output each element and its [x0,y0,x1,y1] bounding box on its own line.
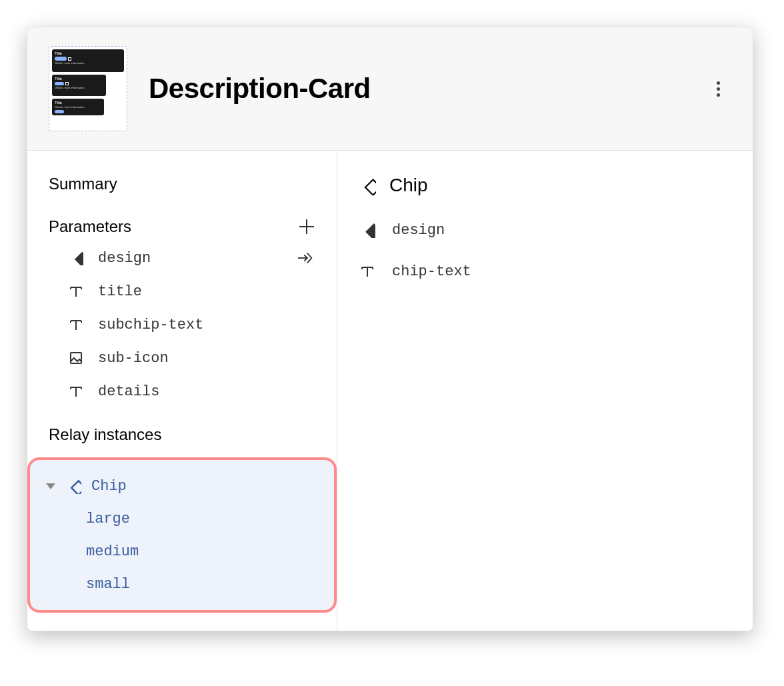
relay-instances-section: Relay instances [27,420,337,449]
svg-rect-16 [365,179,376,195]
text-icon [359,263,376,280]
more-vertical-icon [717,81,720,97]
parameter-design[interactable]: design [27,241,337,275]
relay-variant-label: medium [86,543,139,560]
relay-instances-highlight: Chip large medium small [27,457,337,613]
parameter-label: details [98,383,315,400]
add-parameter-button[interactable] [298,218,315,235]
summary-section[interactable]: Summary [27,169,337,199]
relay-instance-label: Chip [91,478,127,495]
parameter-subchip-text[interactable]: subchip-text [27,308,337,341]
diamond-filled-icon [67,249,85,267]
right-parameter-design[interactable]: design [359,209,731,251]
left-column: Summary Parameters design [27,151,337,631]
right-title: Chip [389,175,428,196]
right-parameter-chip-text[interactable]: chip-text [359,251,731,292]
relay-instance-chip[interactable]: Chip [30,469,334,503]
parameters-label: Parameters [49,217,131,236]
relay-instance-large[interactable]: large [30,503,334,535]
component-title: Description-Card [149,73,705,105]
svg-rect-15 [71,481,81,494]
svg-rect-0 [75,252,83,265]
parameter-sub-icon[interactable]: sub-icon [27,341,337,375]
parameter-label: subchip-text [98,317,315,333]
right-header: Chip [359,169,731,209]
parameter-label: design [98,250,285,267]
text-icon [67,316,85,333]
parameter-title[interactable]: title [27,275,337,308]
right-parameter-label: chip-text [392,263,471,280]
right-column: Chip design chip-text [337,151,753,631]
component-panel: Title Details, more information Title De… [27,27,753,631]
svg-rect-10 [71,353,81,363]
relay-variant-label: small [86,576,130,593]
parameter-details[interactable]: details [27,375,337,408]
relay-instance-medium[interactable]: medium [30,535,334,568]
diamond-filled-icon [359,221,376,239]
right-parameter-label: design [392,222,445,239]
parameters-section: Parameters [27,212,337,241]
chevron-down-icon[interactable] [46,483,55,489]
diamond-outline-icon [359,177,376,194]
relay-variant-label: large [86,511,130,527]
diamond-outline-icon [65,477,82,495]
text-icon [67,283,85,300]
arrow-into-icon[interactable] [298,249,315,267]
parameter-label: sub-icon [98,350,315,367]
panel-header: Title Details, more information Title De… [27,27,753,151]
parameter-label: title [98,283,315,300]
relay-instance-small[interactable]: small [30,568,334,601]
svg-rect-17 [365,223,375,238]
panel-body: Summary Parameters design [27,151,753,631]
text-icon [67,383,85,400]
component-thumbnail: Title Details, more information Title De… [49,46,127,131]
more-menu-button[interactable] [705,75,731,102]
image-icon [67,349,85,367]
